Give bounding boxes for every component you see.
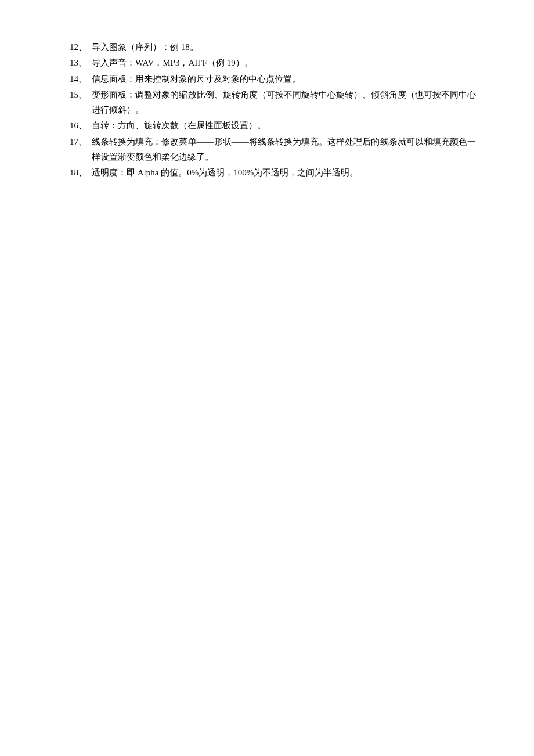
item-text: 变形面板：调整对象的缩放比例、旋转角度（可按不同旋转中心旋转）、倾斜角度（也可按… [92,87,476,118]
item-text: 自转：方向、旋转次数（在属性面板设置）。 [92,118,476,133]
item-number: 13、 [70,55,92,70]
list-item: 13、 导入声音：WAV，MP3，AIFF（例 19）。 [70,55,476,70]
list-item: 15、 变形面板：调整对象的缩放比例、旋转角度（可按不同旋转中心旋转）、倾斜角度… [70,87,476,118]
list-item: 14、 信息面板：用来控制对象的尺寸及对象的中心点位置。 [70,71,476,87]
item-number: 15、 [70,87,92,118]
item-text: 导入图象（序列）：例 18。 [92,39,476,55]
item-number: 16、 [70,118,92,133]
item-number: 12、 [70,39,92,55]
numbered-list: 12、 导入图象（序列）：例 18。 13、 导入声音：WAV，MP3，AIFF… [70,39,476,180]
item-text: 信息面板：用来控制对象的尺寸及对象的中心点位置。 [92,71,476,87]
item-text: 透明度：即 Alpha 的值。0%为透明，100%为不透明，之间为半透明。 [92,165,476,180]
list-item: 12、 导入图象（序列）：例 18。 [70,39,476,55]
item-number: 17、 [70,134,92,165]
list-item: 17、 线条转换为填充：修改菜单——形状——将线条转换为填充。这样处理后的线条就… [70,134,476,165]
item-number: 18、 [70,165,92,180]
list-item: 16、 自转：方向、旋转次数（在属性面板设置）。 [70,118,476,133]
item-text: 线条转换为填充：修改菜单——形状——将线条转换为填充。这样处理后的线条就可以和填… [92,134,476,165]
item-text: 导入声音：WAV，MP3，AIFF（例 19）。 [92,55,476,70]
list-item: 18、 透明度：即 Alpha 的值。0%为透明，100%为不透明，之间为半透明… [70,165,476,180]
item-number: 14、 [70,71,92,87]
